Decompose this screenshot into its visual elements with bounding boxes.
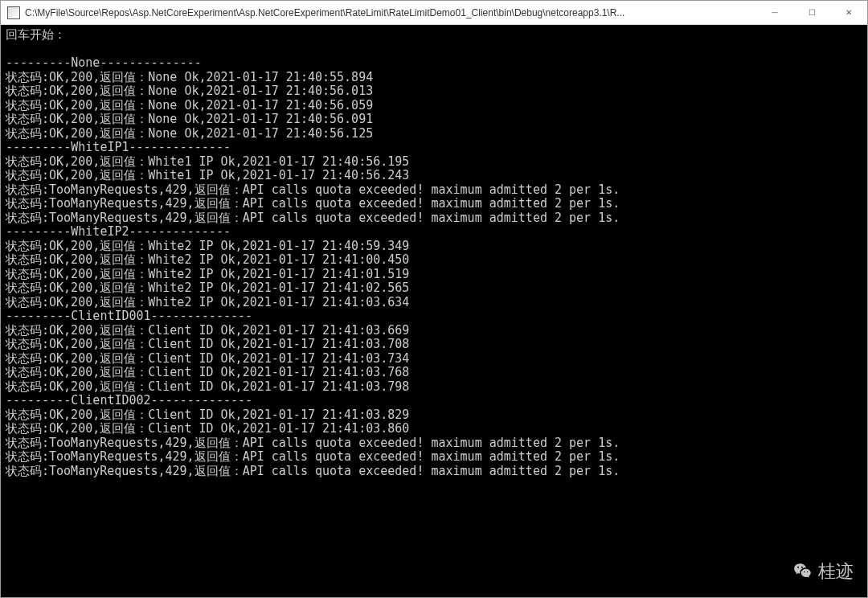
console-line: 状态码:OK,200,返回值：Client ID Ok,2021-01-17 2…: [6, 323, 409, 338]
console-line: 状态码:TooManyRequests,429,返回值：API calls qu…: [6, 196, 620, 211]
watermark-text: 桂迹: [818, 559, 854, 584]
close-button[interactable]: ✕: [830, 1, 867, 25]
console-line: 回车开始：: [6, 27, 66, 42]
console-line: 状态码:OK,200,返回值：White2 IP Ok,2021-01-17 2…: [6, 267, 409, 281]
section-divider: ---------ClientID002--------------: [6, 393, 252, 408]
wechat-icon: [792, 561, 813, 582]
section-divider: ---------ClientID001--------------: [6, 309, 252, 323]
console-line: 状态码:OK,200,返回值：White2 IP Ok,2021-01-17 2…: [6, 281, 409, 295]
console-line: 状态码:OK,200,返回值：Client ID Ok,2021-01-17 2…: [6, 365, 409, 379]
window-title: C:\MyFile\Source\Repos\Asp.NetCoreExperi…: [25, 7, 756, 18]
console-line: 状态码:TooManyRequests,429,返回值：API calls qu…: [6, 182, 620, 197]
window-controls: ─ ☐ ✕: [756, 1, 867, 25]
console-output[interactable]: 回车开始： ---------None-------------- 状态码:OK…: [1, 25, 867, 597]
console-line: 状态码:OK,200,返回值：White1 IP Ok,2021-01-17 2…: [6, 154, 409, 169]
console-line: 状态码:TooManyRequests,429,返回值：API calls qu…: [6, 464, 620, 478]
minimize-button[interactable]: ─: [756, 1, 793, 25]
console-line: 状态码:OK,200,返回值：White2 IP Ok,2021-01-17 2…: [6, 252, 409, 267]
section-divider: ---------None--------------: [6, 55, 202, 70]
console-line: 状态码:OK,200,返回值：None Ok,2021-01-17 21:40:…: [6, 70, 373, 84]
title-bar[interactable]: C:\MyFile\Source\Repos\Asp.NetCoreExperi…: [1, 1, 867, 25]
console-line: 状态码:OK,200,返回值：Client ID Ok,2021-01-17 2…: [6, 379, 409, 394]
console-line: 状态码:TooManyRequests,429,返回值：API calls qu…: [6, 436, 620, 450]
console-line: 状态码:OK,200,返回值：None Ok,2021-01-17 21:40:…: [6, 98, 373, 113]
console-line: 状态码:OK,200,返回值：None Ok,2021-01-17 21:40:…: [6, 84, 373, 98]
console-window: C:\MyFile\Source\Repos\Asp.NetCoreExperi…: [0, 0, 868, 598]
console-line: 状态码:OK,200,返回值：White2 IP Ok,2021-01-17 2…: [6, 239, 409, 253]
console-line: 状态码:TooManyRequests,429,返回值：API calls qu…: [6, 211, 620, 225]
console-line: 状态码:OK,200,返回值：None Ok,2021-01-17 21:40:…: [6, 126, 373, 141]
app-icon: [7, 6, 20, 19]
console-line: 状态码:OK,200,返回值：White2 IP Ok,2021-01-17 2…: [6, 295, 409, 309]
watermark: 桂迹: [792, 559, 854, 584]
console-line: 状态码:OK,200,返回值：Client ID Ok,2021-01-17 2…: [6, 351, 409, 366]
section-divider: ---------WhiteIP1--------------: [6, 140, 231, 154]
console-line: 状态码:OK,200,返回值：None Ok,2021-01-17 21:40:…: [6, 112, 373, 126]
console-line: 状态码:OK,200,返回值：Client ID Ok,2021-01-17 2…: [6, 337, 409, 351]
console-line: 状态码:OK,200,返回值：Client ID Ok,2021-01-17 2…: [6, 421, 409, 436]
console-line: 状态码:OK,200,返回值：White1 IP Ok,2021-01-17 2…: [6, 168, 409, 182]
maximize-button[interactable]: ☐: [793, 1, 830, 25]
console-line: 状态码:OK,200,返回值：Client ID Ok,2021-01-17 2…: [6, 408, 409, 422]
section-divider: ---------WhiteIP2--------------: [6, 224, 231, 239]
console-line: 状态码:TooManyRequests,429,返回值：API calls qu…: [6, 449, 620, 464]
